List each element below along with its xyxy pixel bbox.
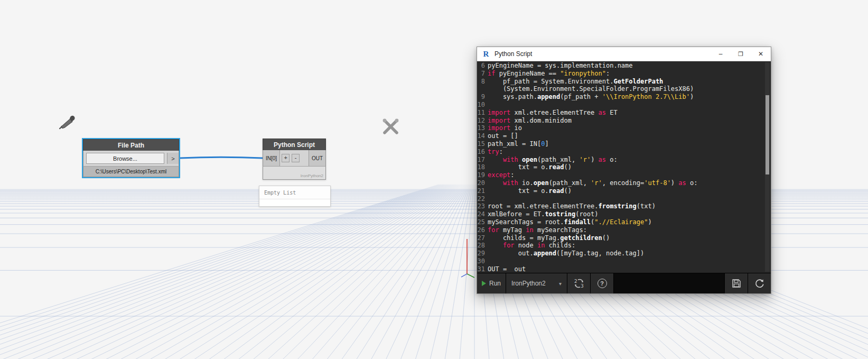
code-text: childs = myTag.getchildren() xyxy=(488,234,610,242)
code-line[interactable]: 17 with open(path_xml, 'r') as o: xyxy=(477,156,771,164)
python-engine-badge: IronPython2 xyxy=(263,166,326,180)
play-icon xyxy=(482,281,486,286)
line-number xyxy=(477,85,488,93)
code-line[interactable]: 22 xyxy=(477,195,771,203)
save-icon xyxy=(732,279,741,288)
line-number: 30 xyxy=(477,257,488,265)
code-text: with io.open(path_xml, 'r', encoding='ut… xyxy=(488,179,697,187)
save-button[interactable] xyxy=(724,273,748,293)
engine-selector[interactable]: IronPython2 ▾ xyxy=(506,273,567,293)
code-line[interactable]: 6pyEngineName = sys.implementation.name xyxy=(477,62,771,70)
code-line[interactable]: 9 sys.path.append(pf_path + '\\IronPytho… xyxy=(477,93,771,101)
node-file-path-header[interactable]: File Path xyxy=(83,139,179,151)
line-number: 31 xyxy=(477,265,488,273)
line-number: 9 xyxy=(477,93,488,101)
code-text: (System.Environment.SpecialFolder.Progra… xyxy=(488,85,694,93)
node-file-path[interactable]: File Path Browse... > C:\Users\PC\Deskto… xyxy=(83,139,179,177)
code-text: OUT = out xyxy=(488,265,526,273)
close-button[interactable]: ✕ xyxy=(751,47,771,61)
crossed-tools-icon xyxy=(380,116,402,137)
code-text: pf_path = System.Environment.GetFolderPa… xyxy=(488,78,663,86)
code-line[interactable]: 16try: xyxy=(477,148,771,156)
help-button[interactable]: ? xyxy=(591,273,614,293)
line-number: 22 xyxy=(477,195,488,203)
window-controls: – ❐ ✕ xyxy=(711,47,771,61)
line-number: 7 xyxy=(477,70,488,78)
code-line[interactable]: 28 for node in childs: xyxy=(477,242,771,250)
code-line[interactable]: 26for myTag in mySearchTags: xyxy=(477,226,771,234)
code-line[interactable]: 21 txt = o.read() xyxy=(477,187,771,195)
editor-scrollbar[interactable] xyxy=(765,62,770,272)
node-file-path-body: Browse... > xyxy=(83,151,179,166)
code-line[interactable]: 31OUT = out xyxy=(477,265,771,273)
run-label: Run xyxy=(489,280,501,287)
code-line[interactable]: 8 pf_path = System.Environment.GetFolder… xyxy=(477,78,771,86)
preview-bubble[interactable]: Empty List xyxy=(259,186,331,207)
code-line[interactable]: 18 txt = o.read() xyxy=(477,163,771,171)
line-number: 11 xyxy=(477,109,488,117)
code-text: xmlBefore = ET.tostring(root) xyxy=(488,210,599,218)
node-python-script-header[interactable]: Python Script xyxy=(263,139,326,150)
line-number: 28 xyxy=(477,242,488,250)
code-line[interactable]: 13import io xyxy=(477,124,771,132)
code-line[interactable]: 19except: xyxy=(477,171,771,179)
help-icon: ? xyxy=(598,279,607,288)
code-line[interactable]: 14out = [] xyxy=(477,132,771,140)
line-number: 25 xyxy=(477,218,488,226)
add-input-button[interactable]: + xyxy=(282,154,290,162)
python-output-port[interactable]: OUT xyxy=(309,150,325,166)
editor-window-title: Python Script xyxy=(494,50,532,58)
code-line[interactable]: (System.Environment.SpecialFolder.Progra… xyxy=(477,85,771,93)
code-line[interactable]: 20 with io.open(path_xml, 'r', encoding=… xyxy=(477,179,771,187)
editor-scrollbar-thumb[interactable] xyxy=(766,95,769,174)
line-number: 10 xyxy=(477,101,488,109)
remove-input-button[interactable]: - xyxy=(292,154,300,162)
code-line[interactable]: 24xmlBefore = ET.tostring(root) xyxy=(477,210,771,218)
revert-icon xyxy=(754,278,765,289)
line-number: 21 xyxy=(477,187,488,195)
code-text: txt = o.read() xyxy=(488,187,572,195)
line-number: 13 xyxy=(477,124,488,132)
svg-text:3: 3 xyxy=(581,283,584,289)
run-button[interactable]: Run xyxy=(477,273,506,293)
code-text: txt = o.read() xyxy=(488,163,572,171)
code-line[interactable]: 12import xml.dom.minidom xyxy=(477,117,771,125)
line-number: 12 xyxy=(477,117,488,125)
revit-icon: R xyxy=(482,50,490,58)
line-number: 26 xyxy=(477,226,488,234)
python-input-port[interactable]: IN[0] xyxy=(263,150,280,166)
code-text: except: xyxy=(488,171,515,179)
code-text: for node in childs: xyxy=(488,242,575,250)
code-line[interactable]: 25mySearchTags = root.findall(".//Eclair… xyxy=(477,218,771,226)
code-line[interactable]: 23root = xml.etree.ElementTree.fromstrin… xyxy=(477,202,771,210)
code-line[interactable]: 11import xml.etree.ElementTree as ET xyxy=(477,109,771,117)
code-text: for myTag in mySearchTags: xyxy=(488,226,587,234)
code-line[interactable]: 15path_xml = IN[0] xyxy=(477,140,771,148)
dynamo-canvas[interactable]: File Path Browse... > C:\Users\PC\Deskto… xyxy=(0,0,868,359)
line-number: 29 xyxy=(477,250,488,257)
code-line[interactable]: 7if pyEngineName == "ironpython": xyxy=(477,70,771,78)
code-line[interactable]: 29 out.append([myTag.tag, node.tag]) xyxy=(477,250,771,257)
python-editor-window: R Python Script – ❐ ✕ 6pyEngineName = sy… xyxy=(477,47,771,294)
line-number: 16 xyxy=(477,148,488,156)
line-number: 20 xyxy=(477,179,488,187)
code-text: import xml.etree.ElementTree as ET xyxy=(488,109,618,117)
code-editor[interactable]: 6pyEngineName = sys.implementation.name7… xyxy=(477,61,771,273)
code-line[interactable]: 10 xyxy=(477,101,771,109)
code-text: import io xyxy=(488,124,522,132)
minimize-button[interactable]: – xyxy=(711,47,731,61)
editor-toolbar: Run IronPython2 ▾ 2 3 ? xyxy=(477,273,771,293)
editor-titlebar[interactable]: R Python Script – ❐ ✕ xyxy=(477,47,771,61)
maximize-button[interactable]: ❐ xyxy=(731,47,751,61)
revert-button[interactable] xyxy=(748,273,771,293)
node-python-script[interactable]: Python Script IN[0] + - OUT IronPython2 xyxy=(263,139,326,180)
code-text: if pyEngineName == "ironpython": xyxy=(488,70,610,78)
file-path-output-port[interactable]: > xyxy=(167,153,179,164)
line-number: 23 xyxy=(477,202,488,210)
browse-button[interactable]: Browse... xyxy=(86,153,164,164)
python-migration-button[interactable]: 2 3 xyxy=(567,273,591,293)
line-number: 19 xyxy=(477,171,488,179)
code-line[interactable]: 30 xyxy=(477,257,771,265)
code-text: with open(path_xml, 'r') as o: xyxy=(488,156,618,164)
code-line[interactable]: 27 childs = myTag.getchildren() xyxy=(477,234,771,242)
